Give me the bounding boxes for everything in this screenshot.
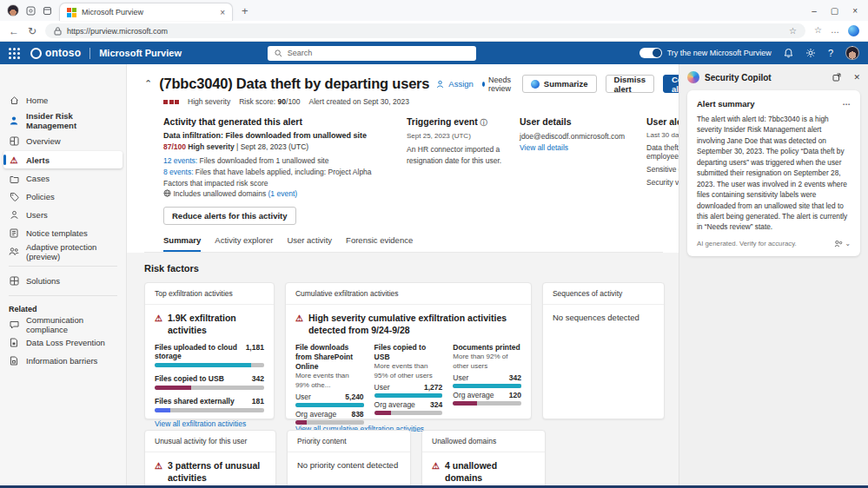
- sidebar-item-information-barriers[interactable]: Information barriers: [0, 352, 126, 370]
- notice-template-icon: [9, 228, 19, 238]
- card-alert-text: 4 unallowed domains: [445, 460, 535, 484]
- bar-fill: [295, 403, 364, 407]
- activity-score-line: 87/100 High severity | Sept 28, 2023 (UT…: [163, 142, 391, 151]
- new-purview-toggle[interactable]: Try the new Microsoft Purview: [639, 48, 772, 58]
- tab-summary[interactable]: Summary: [163, 235, 201, 252]
- overview-icon: [9, 136, 19, 146]
- browser-menu-icon[interactable]: …: [831, 25, 839, 36]
- settings-gear-icon[interactable]: [805, 48, 816, 58]
- browser-profile-avatar[interactable]: [7, 4, 19, 16]
- chat-icon: [9, 320, 19, 329]
- sidebar-divider: [9, 295, 117, 296]
- assign-button[interactable]: Assign: [436, 79, 474, 89]
- card-alert-text: High severity cumulative exfiltration ac…: [308, 313, 521, 336]
- tab-title: Microsoft Purview: [82, 8, 215, 16]
- toggle-switch-icon[interactable]: [639, 48, 662, 58]
- warning-triangle-icon: ⚠: [155, 313, 162, 336]
- sidebar-item-data-loss-prevention[interactable]: Data Loss Prevention: [0, 333, 126, 352]
- security-copilot-panel: Security Copilot ✕ Alert summary ⋯ The a…: [679, 64, 868, 485]
- view-all-details-link[interactable]: View all details: [520, 142, 631, 154]
- security-copilot-icon: [687, 71, 699, 83]
- window-close-button[interactable]: ×: [852, 6, 858, 16]
- user-email: jdoe@ediscodf.onmicrosoft.com: [520, 131, 631, 142]
- sidebar-item-home[interactable]: Home: [0, 91, 126, 109]
- bar-item: Files copied to USB342: [155, 374, 264, 390]
- feedback-icon[interactable]: ⌄: [834, 240, 851, 247]
- sidebar-item-users[interactable]: Users: [0, 206, 126, 224]
- window-maximize-button[interactable]: ▢: [831, 6, 838, 16]
- alert-summary-card: Alert summary ⋯ The alert with alert Id:…: [687, 90, 860, 256]
- search-placeholder: Search: [288, 49, 313, 57]
- browser-tab-bar: Microsoft Purview × + – ▢ ×: [0, 0, 868, 21]
- help-icon[interactable]: ?: [828, 48, 833, 58]
- bookmark-star-icon[interactable]: ☆: [789, 26, 797, 36]
- browser-address-bar: ← ↻ https://purview.microsoft.com ☆ ☆ …: [0, 21, 868, 42]
- sidebar-item-notice-templates[interactable]: Notice templates: [0, 224, 126, 242]
- assign-person-icon: [436, 80, 445, 89]
- contoso-logo-icon: [30, 48, 42, 59]
- search-input[interactable]: Search: [268, 46, 476, 61]
- app-launcher-icon[interactable]: [9, 48, 20, 59]
- sidebar-item-alerts[interactable]: ⚠ Alerts: [3, 151, 123, 168]
- tab-user-activity[interactable]: User activity: [287, 235, 332, 252]
- browser-tab[interactable]: Microsoft Purview ×: [59, 3, 233, 21]
- url-field[interactable]: https://purview.microsoft.com ☆: [45, 23, 805, 38]
- event-link[interactable]: (1 event): [268, 189, 298, 198]
- hamburger-icon: [9, 75, 19, 80]
- back-icon[interactable]: ←: [9, 25, 19, 37]
- nav-collapse-button[interactable]: [0, 68, 126, 86]
- workspaces-icon[interactable]: [26, 6, 36, 16]
- open-in-new-window-icon[interactable]: [832, 73, 841, 82]
- activity-section: Activity that generated this alert Data …: [163, 116, 391, 225]
- sidebar-item-overview[interactable]: Overview: [0, 132, 126, 150]
- document-lock-icon: [9, 338, 19, 347]
- refresh-icon[interactable]: ↻: [28, 25, 36, 37]
- bar-track: [374, 411, 443, 415]
- account-avatar[interactable]: [845, 46, 859, 60]
- reduce-alerts-button[interactable]: Reduce alerts for this activity: [163, 207, 296, 225]
- tab-close-icon[interactable]: ×: [220, 8, 225, 17]
- tab-actions-icon[interactable]: [43, 6, 52, 16]
- activity-event-line-2: 8 events: Files that have labels applied…: [163, 167, 391, 178]
- alert-created: Alert created on Sept 30, 2023: [309, 97, 409, 106]
- sidebar-item-communication-compliance[interactable]: Communication compliance: [0, 315, 126, 333]
- events-link[interactable]: 8 events:: [163, 168, 194, 176]
- events-link[interactable]: 12 events:: [163, 156, 197, 165]
- bar-fill: [155, 408, 170, 412]
- tab-activity-explorer[interactable]: Activity explorer: [215, 235, 273, 252]
- people-icon: [9, 247, 19, 256]
- dismiss-alert-button[interactable]: Dismiss alert: [606, 75, 654, 93]
- window-minimize-button[interactable]: –: [812, 6, 817, 16]
- favorites-icon[interactable]: ☆: [814, 25, 822, 36]
- triggering-event-desc: An HR connector imported a resignation d…: [407, 144, 504, 167]
- sidebar-item-adaptive-protection[interactable]: Adaptive protection (preview): [0, 242, 126, 260]
- card-top-exfiltration: Top exfiltration activities ⚠1.9K exfilt…: [144, 282, 275, 419]
- user-icon: [9, 210, 19, 220]
- bar-track: [295, 403, 364, 407]
- risk-factors-area: Risk factors Top exfiltration activities…: [127, 253, 679, 485]
- close-panel-icon[interactable]: ✕: [853, 73, 860, 82]
- sidebar-item-insider-risk-management[interactable]: Insider Risk Management: [0, 109, 126, 132]
- notifications-bell-icon[interactable]: [784, 48, 793, 58]
- summarize-button[interactable]: Summarize: [522, 75, 597, 93]
- view-all-exfiltration-link[interactable]: View all exfiltration activities: [155, 419, 264, 428]
- globe-icon: [163, 189, 171, 197]
- metric-documents-printed: Documents printed More than 92% of other…: [453, 343, 521, 425]
- info-icon[interactable]: ⓘ: [480, 119, 487, 127]
- sidebar-item-solutions[interactable]: Solutions: [0, 272, 126, 290]
- triggering-event-heading: Triggering event ⓘ: [407, 116, 504, 128]
- sidebar-item-policies[interactable]: Policies: [0, 188, 126, 206]
- activity-subheading: Data infiltration: Files downloaded from…: [163, 131, 391, 140]
- app-window: Microsoft Purview × + – ▢ × ← ↻ https://…: [0, 0, 868, 488]
- folder-icon: [9, 175, 19, 183]
- collapse-chevron-icon[interactable]: ⌃: [144, 78, 152, 89]
- sidebar-item-cases[interactable]: Cases: [0, 169, 126, 188]
- sequences-empty-text: No sequences detected: [553, 313, 654, 322]
- tab-forensic-evidence[interactable]: Forensic evidence: [346, 235, 413, 252]
- card-menu-icon[interactable]: ⋯: [843, 99, 851, 109]
- edge-copilot-icon[interactable]: [848, 25, 859, 36]
- user-details-section: User details jdoe@ediscodf.onmicrosoft.c…: [520, 116, 631, 225]
- sidebar-divider: [9, 266, 117, 267]
- alert-meta: High severity Risk score: 90/100 Alert c…: [163, 97, 663, 106]
- new-tab-button[interactable]: +: [242, 4, 248, 17]
